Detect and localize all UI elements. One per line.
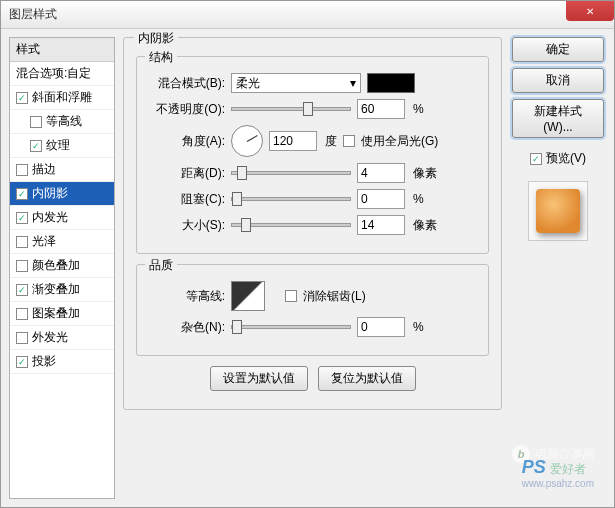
angle-unit: 度: [323, 133, 337, 150]
sidebar-label-6: 光泽: [32, 233, 56, 250]
preview-label: 预览(V): [546, 150, 586, 167]
noise-unit: %: [411, 320, 424, 334]
sidebar-checkbox-11[interactable]: [16, 356, 28, 368]
size-label: 大小(S):: [149, 217, 225, 234]
sidebar-checkbox-7[interactable]: [16, 260, 28, 272]
distance-label: 距离(D):: [149, 165, 225, 182]
blend-mode-label: 混合模式(B):: [149, 75, 225, 92]
opacity-label: 不透明度(O):: [149, 101, 225, 118]
preview-box: [528, 181, 588, 241]
sidebar-checkbox-10[interactable]: [16, 332, 28, 344]
sidebar-label-4: 内阴影: [32, 185, 68, 202]
structure-fieldset: 结构 混合模式(B): 柔光 不透明度(O): 60 % 角度(A):: [136, 56, 489, 254]
shadow-color-swatch[interactable]: [367, 73, 415, 93]
sidebar-label-10: 外发光: [32, 329, 68, 346]
distance-unit: 像素: [411, 165, 437, 182]
opacity-unit: %: [411, 102, 424, 116]
structure-legend: 结构: [145, 49, 177, 66]
noise-slider[interactable]: [231, 325, 351, 329]
reset-default-button[interactable]: 复位为默认值: [318, 366, 416, 391]
distance-input[interactable]: 4: [357, 163, 405, 183]
opacity-slider[interactable]: [231, 107, 351, 111]
sidebar-item-0[interactable]: 斜面和浮雕: [10, 86, 114, 110]
angle-dial[interactable]: [231, 125, 263, 157]
sidebar-item-1[interactable]: 等高线: [10, 110, 114, 134]
sidebar-checkbox-0[interactable]: [16, 92, 28, 104]
preview-checkbox[interactable]: [530, 153, 542, 165]
size-input[interactable]: 14: [357, 215, 405, 235]
sidebar-label-3: 描边: [32, 161, 56, 178]
size-unit: 像素: [411, 217, 437, 234]
opacity-input[interactable]: 60: [357, 99, 405, 119]
antialias-label: 消除锯齿(L): [303, 288, 366, 305]
preview-thumb: [536, 189, 580, 233]
styles-sidebar: 样式 混合选项:自定 斜面和浮雕等高线纹理描边内阴影内发光光泽颜色叠加渐变叠加图…: [9, 37, 115, 499]
angle-label: 角度(A):: [149, 133, 225, 150]
sidebar-item-8[interactable]: 渐变叠加: [10, 278, 114, 302]
distance-slider[interactable]: [231, 171, 351, 175]
noise-label: 杂色(N):: [149, 319, 225, 336]
contour-picker[interactable]: [231, 281, 265, 311]
global-light-label: 使用全局光(G): [361, 133, 438, 150]
watermark-ps: PS爱好者 www.psahz.com: [522, 457, 594, 489]
sidebar-label-8: 渐变叠加: [32, 281, 80, 298]
sidebar-label-7: 颜色叠加: [32, 257, 80, 274]
right-column: 确定 取消 新建样式(W)... 预览(V): [510, 37, 606, 499]
contour-label: 等高线:: [149, 288, 225, 305]
sidebar-item-6[interactable]: 光泽: [10, 230, 114, 254]
sidebar-label-11: 投影: [32, 353, 56, 370]
sidebar-item-2[interactable]: 纹理: [10, 134, 114, 158]
main-panel: 内阴影 结构 混合模式(B): 柔光 不透明度(O): 60 %: [123, 37, 502, 499]
sidebar-checkbox-3[interactable]: [16, 164, 28, 176]
titlebar: 图层样式 ✕: [1, 1, 614, 29]
sidebar-item-3[interactable]: 描边: [10, 158, 114, 182]
sidebar-label-0: 斜面和浮雕: [32, 89, 92, 106]
sidebar-item-10[interactable]: 外发光: [10, 326, 114, 350]
new-style-button[interactable]: 新建样式(W)...: [512, 99, 604, 138]
sidebar-item-7[interactable]: 颜色叠加: [10, 254, 114, 278]
ok-button[interactable]: 确定: [512, 37, 604, 62]
sidebar-checkbox-9[interactable]: [16, 308, 28, 320]
make-default-button[interactable]: 设置为默认值: [210, 366, 308, 391]
choke-slider[interactable]: [231, 197, 351, 201]
choke-label: 阻塞(C):: [149, 191, 225, 208]
layer-style-dialog: 图层样式 ✕ 样式 混合选项:自定 斜面和浮雕等高线纹理描边内阴影内发光光泽颜色…: [0, 0, 615, 508]
choke-input[interactable]: 0: [357, 189, 405, 209]
sidebar-header[interactable]: 样式: [10, 38, 114, 62]
effect-fieldset: 内阴影 结构 混合模式(B): 柔光 不透明度(O): 60 %: [123, 37, 502, 410]
global-light-checkbox[interactable]: [343, 135, 355, 147]
sidebar-checkbox-6[interactable]: [16, 236, 28, 248]
blend-mode-select[interactable]: 柔光: [231, 73, 361, 93]
sidebar-checkbox-4[interactable]: [16, 188, 28, 200]
sidebar-label-1: 等高线: [46, 113, 82, 130]
sidebar-label-9: 图案叠加: [32, 305, 80, 322]
angle-input[interactable]: 120: [269, 131, 317, 151]
noise-input[interactable]: 0: [357, 317, 405, 337]
choke-unit: %: [411, 192, 424, 206]
antialias-checkbox[interactable]: [285, 290, 297, 302]
sidebar-item-11[interactable]: 投影: [10, 350, 114, 374]
close-button[interactable]: ✕: [566, 1, 614, 21]
sidebar-item-9[interactable]: 图案叠加: [10, 302, 114, 326]
panel-title: 内阴影: [134, 30, 178, 47]
sidebar-checkbox-5[interactable]: [16, 212, 28, 224]
sidebar-item-4[interactable]: 内阴影: [10, 182, 114, 206]
window-title: 图层样式: [9, 6, 57, 23]
sidebar-label-2: 纹理: [46, 137, 70, 154]
sidebar-checkbox-2[interactable]: [30, 140, 42, 152]
sidebar-item-5[interactable]: 内发光: [10, 206, 114, 230]
sidebar-checkbox-1[interactable]: [30, 116, 42, 128]
sidebar-label-5: 内发光: [32, 209, 68, 226]
quality-legend: 品质: [145, 257, 177, 274]
sidebar-item-blending[interactable]: 混合选项:自定: [10, 62, 114, 86]
quality-fieldset: 品质 等高线: 消除锯齿(L) 杂色(N): 0 %: [136, 264, 489, 356]
size-slider[interactable]: [231, 223, 351, 227]
sidebar-checkbox-8[interactable]: [16, 284, 28, 296]
cancel-button[interactable]: 取消: [512, 68, 604, 93]
